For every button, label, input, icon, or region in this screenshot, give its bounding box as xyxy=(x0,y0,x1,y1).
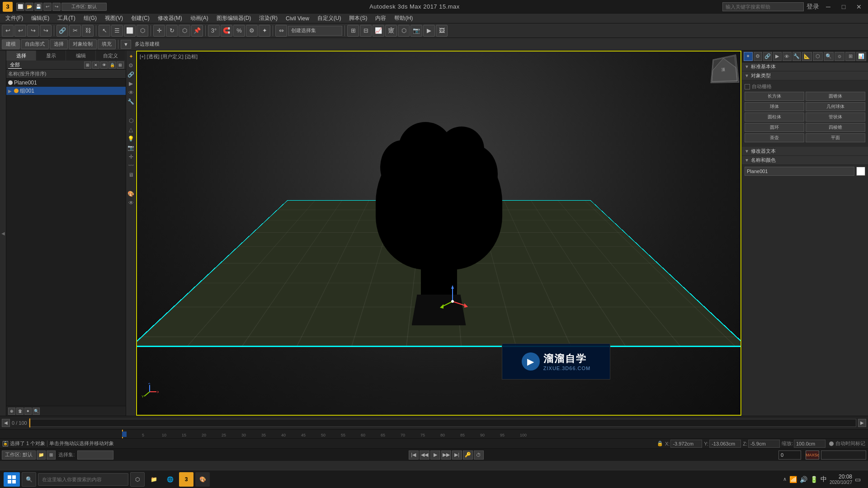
play-anim-btn[interactable]: ▶ xyxy=(430,450,440,460)
task-view-btn[interactable]: ⬡ xyxy=(130,472,145,487)
rect-select-btn[interactable]: ⬜ xyxy=(124,25,136,37)
select-link-btn[interactable]: 🔗 xyxy=(57,25,68,37)
cone-btn[interactable]: 圆锥体 xyxy=(806,92,865,101)
object-name-input[interactable] xyxy=(745,167,854,176)
tree-item-plane001[interactable]: Plane001 xyxy=(6,79,126,87)
minimize-button[interactable]: ─ xyxy=(822,2,835,12)
new-layer-btn[interactable]: ⊕ xyxy=(8,408,15,415)
tab-object-paint[interactable]: 对象绘制 xyxy=(69,39,97,49)
scale-btn[interactable]: ⬡ xyxy=(179,25,190,37)
search-taskbar-btn[interactable]: 🔍 xyxy=(22,472,36,487)
viewport-area[interactable]: [+] [透视] [用户定义] [边框] 顶 xyxy=(136,51,741,416)
lock-icon[interactable]: 🔒 xyxy=(108,61,116,69)
autogrid-checkbox[interactable] xyxy=(745,84,750,89)
percent-snap-btn[interactable]: ⚙ xyxy=(246,25,258,37)
quick-render-btn[interactable]: ▶ xyxy=(423,25,435,37)
menu-render[interactable]: 渲染(R) xyxy=(255,14,281,23)
help-search-input[interactable] xyxy=(722,2,804,11)
tab-selection[interactable]: 选择 xyxy=(50,39,68,49)
modifier-text-header[interactable]: ▼ 修改器文本 xyxy=(742,147,868,156)
file-explorer-taskbar-btn[interactable]: 📁 xyxy=(146,472,161,487)
standard-primitives-header[interactable]: ▼ 标准基本体 xyxy=(742,62,868,71)
bind-space-btn[interactable]: ⛓ xyxy=(82,25,94,37)
name-color-header[interactable]: ▼ 名称和颜色 xyxy=(742,156,868,165)
x-value[interactable]: -3.972cm xyxy=(670,440,702,448)
filter-all[interactable]: 全部 xyxy=(8,61,22,69)
hierarchy-panel-icon[interactable]: 🔗 xyxy=(127,70,135,79)
menu-tools[interactable]: 工具(T) xyxy=(54,14,79,23)
place-btn[interactable]: 📌 xyxy=(191,25,203,37)
modify-panel-icon[interactable]: ⚙ xyxy=(127,61,135,70)
selection-set-input[interactable] xyxy=(77,450,113,460)
torus-btn[interactable]: 圆环 xyxy=(745,123,804,132)
redo-toolbar-btn[interactable]: ↪ xyxy=(27,25,39,37)
curve-editor-btn[interactable]: 📈 xyxy=(373,25,384,37)
cp-hierarchy-icon[interactable]: 🔗 xyxy=(763,52,772,61)
cp-icon6[interactable]: 📊 xyxy=(856,52,866,61)
create-panel-icon[interactable]: ✦ xyxy=(127,52,135,61)
tab-populate[interactable]: 填充 xyxy=(98,39,116,49)
taskbar-clock[interactable]: 20:08 2020/10/27 xyxy=(830,474,852,485)
eye-icon[interactable]: 👁 xyxy=(127,199,135,207)
utilities-panel-icon[interactable]: 🔧 xyxy=(127,98,135,106)
current-frame-input[interactable] xyxy=(778,450,801,460)
expand-scene-btn[interactable]: 📁 xyxy=(37,450,46,460)
taskbar-search-input[interactable] xyxy=(38,473,128,486)
workspace-dropdown[interactable]: 工作区: 默认 xyxy=(61,3,107,11)
tab-custom[interactable]: 自定义 xyxy=(96,51,126,61)
browser-taskbar-btn[interactable]: 🌐 xyxy=(163,472,177,487)
highlight-btn[interactable]: ✦ xyxy=(24,408,32,415)
maxscript-btn[interactable]: MAXSc xyxy=(806,450,819,460)
cp-motion-icon[interactable]: ▶ xyxy=(773,52,782,61)
maxscript-input[interactable] xyxy=(821,450,866,460)
cameras-icon[interactable]: 📷 xyxy=(127,144,135,152)
cp-modify-icon[interactable]: ⚙ xyxy=(754,52,763,61)
cp-utilities-icon[interactable]: 🔧 xyxy=(793,52,802,61)
menu-animation[interactable]: 动画(A) xyxy=(187,14,212,23)
align-btn[interactable]: ⊞ xyxy=(347,25,359,37)
undo-btn[interactable]: ↩ xyxy=(43,3,52,11)
cylinder-btn[interactable]: 圆柱体 xyxy=(745,113,804,122)
filter-scene-btn[interactable]: 🔍 xyxy=(33,408,40,415)
paint-layer-icon[interactable]: 🎨 xyxy=(127,190,135,198)
object-type-header[interactable]: ▼ 对象类型 xyxy=(742,71,868,80)
tab-edit-scene[interactable]: 编辑 xyxy=(66,51,96,61)
undo-toolbar-btn[interactable]: ↩ xyxy=(2,25,14,37)
menu-file[interactable]: 文件(F) xyxy=(2,14,27,23)
timeline-next-btn[interactable]: ▶ xyxy=(858,419,866,427)
goto-start-btn[interactable]: |◀ xyxy=(409,450,419,460)
motion-panel-icon[interactable]: ▶ xyxy=(127,80,135,88)
menu-script[interactable]: 脚本(S) xyxy=(345,14,371,23)
cp-create-icon[interactable]: ✦ xyxy=(744,52,753,61)
menu-group[interactable]: 组(G) xyxy=(80,14,100,23)
geometry-icon[interactable]: ⬡ xyxy=(127,117,135,125)
start-btn[interactable] xyxy=(4,472,20,487)
render-setup-btn[interactable]: 📷 xyxy=(410,25,422,37)
rotate-btn[interactable]: ↻ xyxy=(166,25,178,37)
cp-icon2[interactable]: ⬡ xyxy=(813,52,823,61)
timeline-prev-btn[interactable]: ◀ xyxy=(2,419,10,427)
tab-modeling[interactable]: 建模 xyxy=(2,39,20,49)
menu-create[interactable]: 创建(C) xyxy=(127,14,153,23)
maximize-button[interactable]: □ xyxy=(837,2,850,12)
material-editor-btn[interactable]: ⬡ xyxy=(398,25,410,37)
cp-display-icon[interactable]: 👁 xyxy=(783,52,792,61)
sort-icon[interactable]: ⊞ xyxy=(84,61,91,69)
select-name-btn[interactable]: ☰ xyxy=(111,25,123,37)
next-frame-btn[interactable]: ▶▶ xyxy=(441,450,451,460)
box-btn[interactable]: 长方体 xyxy=(745,92,804,101)
close-button[interactable]: ✕ xyxy=(853,2,865,12)
mirror-btn[interactable]: ⇔ xyxy=(275,25,287,37)
goto-end-btn[interactable]: ▶| xyxy=(452,450,462,460)
tray-battery[interactable]: 🔋 xyxy=(810,476,818,483)
geosphere-btn[interactable]: 几何球体 xyxy=(806,102,865,111)
menu-edit[interactable]: 编辑(E) xyxy=(28,14,53,23)
menu-content[interactable]: 内容 xyxy=(372,14,390,23)
viewcube[interactable]: 顶 xyxy=(710,55,737,82)
schematic-btn[interactable]: 🕸 xyxy=(385,25,397,37)
spacewarps-icon[interactable]: 〰 xyxy=(127,162,135,170)
open-btn[interactable]: 📂 xyxy=(25,3,33,11)
new-btn[interactable]: ⬜ xyxy=(16,3,24,11)
cp-icon5[interactable]: ⊞ xyxy=(845,52,855,61)
viewport-canvas[interactable]: [+] [透视] [用户定义] [边框] 顶 xyxy=(136,51,741,416)
